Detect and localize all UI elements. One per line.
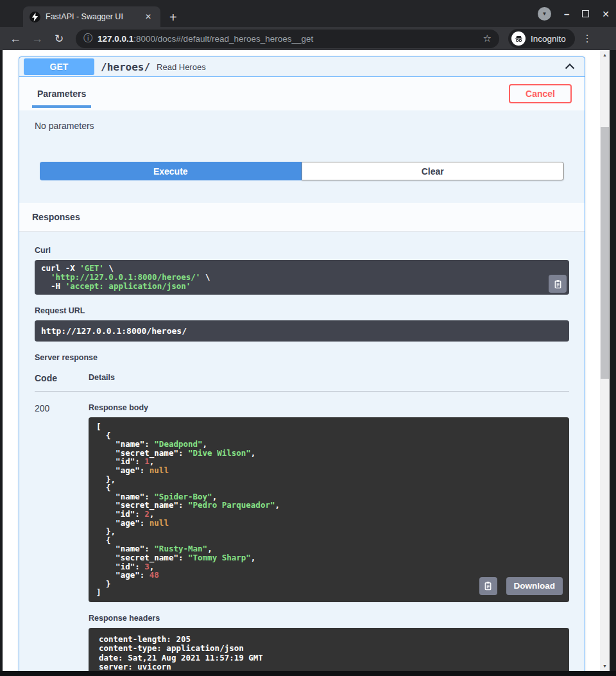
code-column-header: Code — [35, 373, 89, 383]
status-code: 200 — [35, 403, 89, 671]
parameters-header: Parameters Cancel — [19, 77, 585, 110]
server-response-table: Code Details 200 Response body [ { "name… — [35, 373, 569, 671]
tab-parameters: Parameters — [32, 88, 91, 100]
parameters-title: Parameters — [37, 89, 86, 99]
response-row: 200 Response body [ { "name": "Deadpond"… — [35, 392, 569, 671]
execute-wrapper: Execute Clear — [19, 139, 585, 203]
endpoint-summary: Read Heroes — [157, 62, 560, 72]
copy-response-button[interactable] — [479, 577, 497, 595]
execute-button[interactable]: Execute — [40, 162, 302, 180]
response-table-head: Code Details — [35, 373, 569, 392]
close-window-button[interactable]: ✕ — [602, 10, 610, 19]
forward-button[interactable]: → — [28, 33, 46, 44]
reload-button[interactable]: ↻ — [50, 33, 68, 44]
scrollbar-thumb[interactable] — [601, 127, 609, 379]
window-right-edge — [610, 50, 616, 671]
address-bar[interactable]: ⓘ 127.0.0.1:8000/docs#/default/read_hero… — [76, 30, 499, 48]
scroll-down-icon[interactable]: ▼ — [603, 661, 607, 671]
curl-wrap: curl -X 'GET' \ 'http://127.0.0.1:8000/h… — [35, 260, 569, 295]
details-column-header: Details — [89, 373, 115, 383]
responses-title: Responses — [32, 212, 80, 222]
maximize-icon — [582, 10, 589, 17]
url-text: 127.0.0.1:8000/docs#/default/read_heroes… — [98, 34, 478, 44]
request-url: http://127.0.0.1:8000/heroes/ — [35, 320, 569, 342]
request-url-label: Request URL — [35, 306, 569, 315]
opblock-summary[interactable]: GET /heroes/ Read Heroes — [19, 57, 585, 77]
curl-command: curl -X 'GET' \ 'http://127.0.0.1:8000/h… — [35, 260, 569, 295]
endpoint-path: /heroes/ — [101, 61, 150, 73]
browser-menu-icon[interactable]: ⋮ — [579, 33, 596, 44]
response-headers-label: Response headers — [89, 614, 569, 623]
clear-button[interactable]: Clear — [302, 162, 565, 180]
maximize-button[interactable] — [582, 10, 589, 17]
fastapi-favicon-icon — [30, 12, 40, 22]
browser-window: FastAPI - Swagger UI ✕ + ▼ – ✕ ← → ↻ ⓘ 1… — [0, 0, 616, 676]
tab-close-icon[interactable]: ✕ — [142, 12, 154, 22]
clipboard-icon — [553, 279, 563, 289]
curl-label: Curl — [35, 246, 569, 255]
back-button[interactable]: ← — [6, 33, 24, 44]
swagger-page: GET /heroes/ Read Heroes Parameters Canc… — [3, 50, 600, 671]
incognito-label: Incognito — [531, 34, 566, 44]
response-headers: content-length: 205content-type: applica… — [89, 628, 569, 671]
download-button[interactable]: Download — [506, 577, 563, 595]
window-controls: ▼ – ✕ — [538, 7, 610, 21]
method-badge: GET — [24, 58, 94, 75]
url-path: :8000/docs#/default/read_heroes_heroes__… — [133, 34, 313, 44]
responses-inner: Curl curl -X 'GET' \ 'http://127.0.0.1:8… — [19, 232, 585, 671]
collapse-chevron-icon[interactable] — [565, 64, 574, 73]
incognito-badge: Incognito — [508, 29, 575, 48]
window-bottom-edge — [0, 671, 616, 676]
clipboard-icon — [483, 581, 493, 591]
response-body-actions: Download — [479, 577, 563, 595]
chrome-caret-icon[interactable]: ▼ — [538, 7, 551, 21]
opblock-get-heroes: GET /heroes/ Read Heroes Parameters Canc… — [19, 56, 585, 671]
response-details: Response body [ { "name": "Deadpond", "s… — [89, 403, 569, 671]
response-body-wrap: [ { "name": "Deadpond", "secret_name": "… — [89, 417, 569, 602]
response-body-label: Response body — [89, 403, 569, 412]
tab-strip: FastAPI - Swagger UI ✕ + ▼ – ✕ — [0, 0, 616, 27]
response-body: [ { "name": "Deadpond", "secret_name": "… — [89, 417, 569, 602]
server-response-label: Server response — [35, 353, 569, 362]
new-tab-button[interactable]: + — [169, 11, 177, 24]
scroll-up-icon[interactable]: ▲ — [603, 50, 607, 60]
url-host: 127.0.0.1 — [98, 34, 133, 44]
cancel-button[interactable]: Cancel — [509, 84, 572, 103]
no-parameters-text: No parameters — [35, 121, 569, 131]
browser-tab[interactable]: FastAPI - Swagger UI ✕ — [23, 6, 160, 27]
minimize-button[interactable]: – — [564, 9, 569, 19]
browser-toolbar: ← → ↻ ⓘ 127.0.0.1:8000/docs#/default/rea… — [0, 27, 616, 50]
copy-curl-button[interactable] — [549, 275, 567, 293]
responses-header: Responses — [19, 203, 585, 232]
parameters-container: No parameters — [19, 110, 585, 139]
site-info-icon[interactable]: ⓘ — [83, 33, 92, 44]
incognito-icon — [511, 31, 526, 46]
tab-title: FastAPI - Swagger UI — [46, 12, 137, 21]
bookmark-star-icon[interactable]: ☆ — [483, 33, 492, 44]
page-scrollbar[interactable]: ▲ ▼ — [600, 50, 610, 671]
